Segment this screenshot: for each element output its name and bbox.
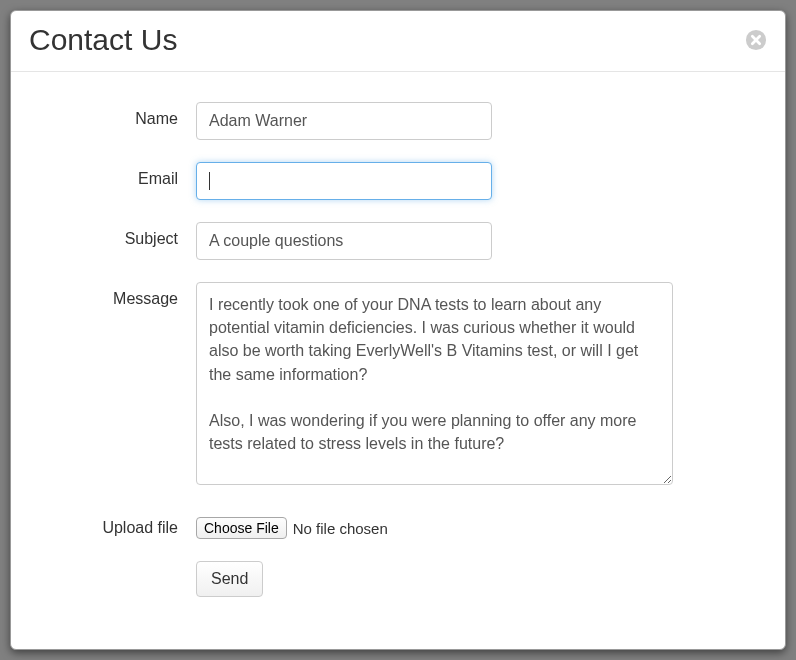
subject-input[interactable] bbox=[196, 222, 492, 260]
label-message: Message bbox=[41, 282, 196, 308]
close-icon bbox=[745, 29, 767, 51]
modal-header: Contact Us bbox=[11, 11, 785, 72]
label-subject: Subject bbox=[41, 222, 196, 248]
choose-file-button[interactable]: Choose File bbox=[196, 517, 287, 539]
message-textarea[interactable] bbox=[196, 282, 673, 485]
row-message: Message bbox=[41, 282, 755, 489]
label-upload: Upload file bbox=[41, 511, 196, 537]
row-name: Name bbox=[41, 102, 755, 140]
label-name: Name bbox=[41, 102, 196, 128]
send-button[interactable]: Send bbox=[196, 561, 263, 597]
name-input[interactable] bbox=[196, 102, 492, 140]
row-upload: Upload file Choose File No file chosen bbox=[41, 511, 755, 539]
row-subject: Subject bbox=[41, 222, 755, 260]
label-email: Email bbox=[41, 162, 196, 188]
email-input[interactable] bbox=[196, 162, 492, 200]
close-button[interactable] bbox=[745, 29, 767, 51]
modal-body: Name Email Subject Message Uplo bbox=[11, 72, 785, 617]
row-email: Email bbox=[41, 162, 755, 200]
modal-title: Contact Us bbox=[29, 23, 177, 57]
contact-modal: Contact Us Name Email Subject bbox=[10, 10, 786, 650]
file-status-text: No file chosen bbox=[293, 520, 388, 537]
row-submit: Send bbox=[41, 561, 755, 597]
